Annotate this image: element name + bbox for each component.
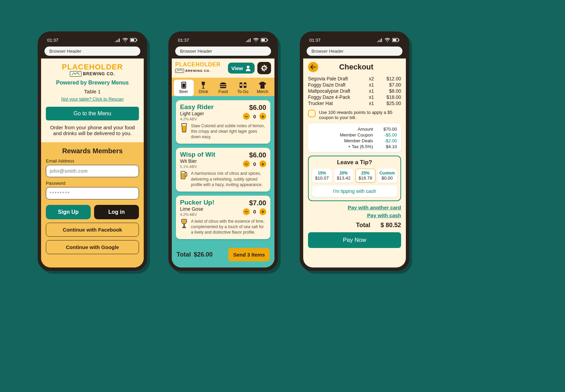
send-items-button[interactable]: Send 3 Items [228,248,270,261]
tab-beer[interactable]: Beer [174,80,194,96]
beer-desc: A twist of citrus with the essence of li… [191,219,266,235]
pay-cash-link[interactable]: Pay with cash [308,212,401,218]
signup-button[interactable]: Sign Up [46,205,91,219]
beer-desc: Staw Colored and subtle notes of lemon, … [191,123,266,140]
svg-rect-14 [244,84,246,86]
coupon-checkbox[interactable] [308,110,316,117]
checkout-title: Checkout [322,63,391,71]
logo-mark-icon [175,69,184,73]
qty-value: 0 [253,161,257,167]
menu-item: Wisp of Wit Wit Bier 5.1% ABV $6.00 − 0 … [176,148,270,191]
tip-custom[interactable]: Custom$0.00 [377,169,397,183]
menu-list[interactable]: Easy Rider Light Lager 4.2% ABV $6.00 − … [172,96,274,243]
email-field[interactable] [46,165,139,177]
beer-name: Wisp of Wit [180,151,215,158]
svg-rect-2 [137,39,137,41]
signal-icon [115,38,120,42]
status-time: 01:37 [178,38,189,43]
qty-plus-button[interactable]: + [259,160,266,167]
tab-togo[interactable]: To-Go [233,80,253,96]
tab-label: Beer [179,89,188,94]
phone-inner: 01:37 Browser Header Checkout Segovia Pa… [303,35,406,267]
beer-price: $7.00 [243,199,266,207]
order-line: Foggy Daze 4-Packx1$18.00 [308,94,401,100]
category-tabs: Beer Drink Food To-Go Merch [172,78,274,96]
browser-header-bar: Browser Header [303,45,406,58]
qty-plus-button[interactable]: + [259,113,266,120]
browser-header[interactable]: Browser Header [44,47,140,56]
pay-another-card-link[interactable]: Pay with another card [308,205,401,210]
tip-25[interactable]: 25%$16.78 [356,169,375,183]
svg-rect-6 [267,39,268,41]
logo-text-2: BREWING CO. [83,71,115,76]
svg-rect-16 [182,173,185,178]
beer-name: Easy Rider [180,104,214,111]
qty-value: 0 [253,114,257,119]
login-button[interactable]: Log in [94,205,139,219]
menu-screen: PLACEHOLDER BREWING CO. View [172,58,274,267]
beer-icon [175,81,193,89]
grand-total-value: $ 80.52 [381,222,401,229]
summary-card: Amount$70.00 Member Coupon-$5.00 Member … [308,123,401,152]
svg-point-8 [247,66,249,68]
status-bar: 01:37 [172,35,274,45]
tab-drink[interactable]: Drink [194,80,214,96]
grand-total-label: Total [356,222,370,229]
footer-total: Total $26.00 [177,251,213,258]
beer-abv: 4.2% ABV [180,117,214,121]
tip-15[interactable]: 15%$10.07 [312,169,332,183]
status-icons [246,38,268,42]
grand-total: Total $ 80.52 [308,222,401,229]
tab-label: Drink [198,89,208,94]
beer-style: Wit Bier [180,158,215,164]
menu-item: Easy Rider Light Lager 4.2% ABV $6.00 − … [176,100,270,144]
battery-icon [130,38,138,42]
beer-style: Light Lager [180,111,214,116]
logo-text-1: PLACEHOLDER [175,62,221,67]
order-line: Foggy Daze Draftx1$7.00 [308,82,401,88]
beer-price: $6.00 [243,151,266,159]
go-to-menu-button[interactable]: Go to the Menu [46,107,139,120]
facebook-button[interactable]: Continue with Facebook [46,223,139,237]
email-label: Email Address [46,158,139,164]
view-button[interactable]: View [228,63,255,74]
phone-menu: 01:37 Browser Header PLACEHOLDER BREWING… [168,31,278,271]
svg-point-3 [78,73,79,74]
burger-icon [214,81,232,89]
tip-20[interactable]: 20%$13.42 [334,169,354,183]
status-icons [115,38,138,42]
table-label: Table 1 [46,89,139,94]
wifi-icon [253,38,259,42]
browser-header[interactable]: Browser Header [307,47,402,56]
tab-merch[interactable]: Merch [253,80,272,96]
logo-text-1: PLACEHOLDER [46,63,139,71]
powered-by: Powered by Brewery Menus [46,80,139,86]
phone-inner: 01:37 Browser Header PLACEHOLDER BREWING… [172,35,274,267]
settings-button[interactable] [257,62,271,74]
rescan-link[interactable]: Not your table? Click to Rescan [61,96,124,102]
qty-minus-button[interactable]: − [243,208,250,215]
qty-minus-button[interactable]: − [243,113,250,120]
pay-now-button[interactable]: Pay Now [308,232,401,248]
phone-checkout: 01:37 Browser Header Checkout Segovia Pa… [300,31,409,271]
browser-header[interactable]: Browser Header [175,47,271,56]
total-value: $26.00 [194,251,213,258]
svg-rect-18 [393,39,396,41]
back-button[interactable] [308,62,318,72]
wifi-icon [123,38,128,42]
tab-food[interactable]: Food [213,80,233,96]
phone-inner: 01:37 Browser Header PLACEHOLDER BREWING… [41,35,144,267]
google-button[interactable]: Continue with Google [46,240,139,254]
gear-icon [260,64,268,72]
password-field[interactable] [46,187,139,199]
qty-minus-button[interactable]: − [243,160,250,167]
checkout-screen: Checkout Segovia Pale Draftx2$12.00 Fogg… [303,58,406,267]
tip-cash-button[interactable]: I'm tipping with cash [312,185,397,197]
beer-abv: 4.2% ABV [180,212,214,217]
qty-plus-button[interactable]: + [259,208,266,215]
tab-label: Food [218,89,228,94]
svg-rect-10 [182,83,185,88]
beer-style: Lime Gose [180,206,214,212]
svg-rect-5 [261,39,265,41]
status-time: 01:37 [47,38,59,43]
